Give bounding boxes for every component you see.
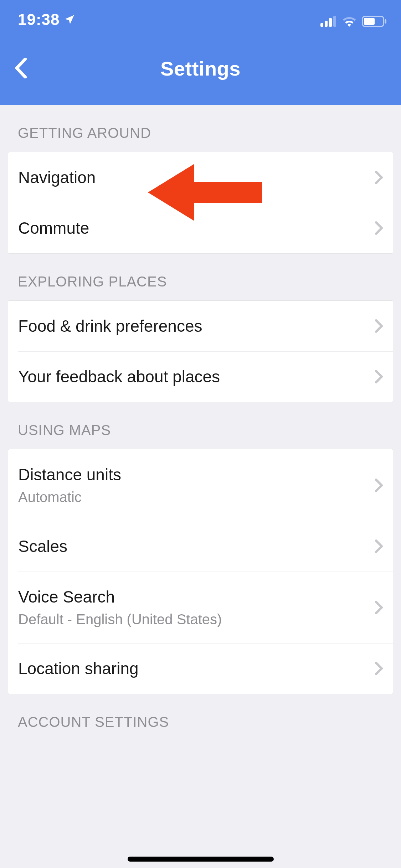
cellular-signal-icon <box>320 16 337 28</box>
row-your-feedback-about-places[interactable]: Your feedback about places <box>8 351 393 402</box>
status-right <box>320 16 387 29</box>
svg-rect-3 <box>333 16 336 27</box>
svg-rect-2 <box>329 18 332 27</box>
settings-content: GETTING AROUND Navigation Commute EXPLOR… <box>0 105 401 741</box>
chevron-right-icon <box>375 370 383 383</box>
chevron-right-icon <box>375 601 383 614</box>
row-text: Scales <box>18 537 375 556</box>
section-header-using-maps: USING MAPS <box>8 402 393 449</box>
row-text: Voice Search Default - English (United S… <box>18 587 375 627</box>
row-text: Your feedback about places <box>18 367 375 386</box>
row-text: Location sharing <box>18 659 375 678</box>
row-distance-units[interactable]: Distance units Automatic <box>8 449 393 521</box>
svg-rect-0 <box>320 23 323 27</box>
row-title: Scales <box>18 537 375 556</box>
row-scales[interactable]: Scales <box>8 521 393 572</box>
status-bar: 19:38 <box>0 0 401 32</box>
status-left: 19:38 <box>18 11 76 29</box>
section-card-exploring-places: Food & drink preferences Your feedback a… <box>8 300 393 402</box>
chevron-left-icon <box>15 58 27 78</box>
page-title: Settings <box>160 57 241 80</box>
row-title: Commute <box>18 218 375 238</box>
row-title: Voice Search <box>18 587 375 606</box>
row-title: Your feedback about places <box>18 367 375 386</box>
nav-bar: Settings <box>0 32 401 105</box>
section-card-using-maps: Distance units Automatic Scales Voice Se… <box>8 449 393 694</box>
row-title: Navigation <box>18 168 375 187</box>
chevron-right-icon <box>375 319 383 333</box>
row-title: Distance units <box>18 465 375 484</box>
row-text: Navigation <box>18 168 375 187</box>
row-title: Location sharing <box>18 659 375 678</box>
row-title: Food & drink preferences <box>18 316 375 336</box>
section-header-account-settings: ACCOUNT SETTINGS <box>8 694 393 741</box>
row-text: Food & drink preferences <box>18 316 375 336</box>
row-food-drink-preferences[interactable]: Food & drink preferences <box>8 301 393 351</box>
row-subtitle: Automatic <box>18 489 375 505</box>
svg-rect-5 <box>364 18 375 25</box>
status-time: 19:38 <box>18 11 60 29</box>
row-subtitle: Default - English (United States) <box>18 611 375 627</box>
row-text: Commute <box>18 218 375 238</box>
chevron-right-icon <box>375 662 383 675</box>
home-indicator[interactable] <box>128 857 274 862</box>
back-button[interactable] <box>11 54 31 83</box>
svg-rect-1 <box>325 21 328 27</box>
chevron-right-icon <box>375 221 383 235</box>
app-header: 19:38 <box>0 0 401 105</box>
chevron-right-icon <box>375 539 383 553</box>
svg-rect-6 <box>385 19 386 24</box>
chevron-right-icon <box>375 479 383 492</box>
row-text: Distance units Automatic <box>18 465 375 505</box>
battery-icon <box>362 16 387 29</box>
location-services-icon <box>63 14 76 26</box>
row-commute[interactable]: Commute <box>8 203 393 253</box>
wifi-icon <box>342 16 357 28</box>
section-header-getting-around: GETTING AROUND <box>8 105 393 152</box>
section-header-exploring-places: EXPLORING PLACES <box>8 254 393 300</box>
row-navigation[interactable]: Navigation <box>8 152 393 203</box>
section-card-getting-around: Navigation Commute <box>8 152 393 254</box>
row-location-sharing[interactable]: Location sharing <box>8 643 393 694</box>
chevron-right-icon <box>375 171 383 184</box>
row-voice-search[interactable]: Voice Search Default - English (United S… <box>8 572 393 643</box>
